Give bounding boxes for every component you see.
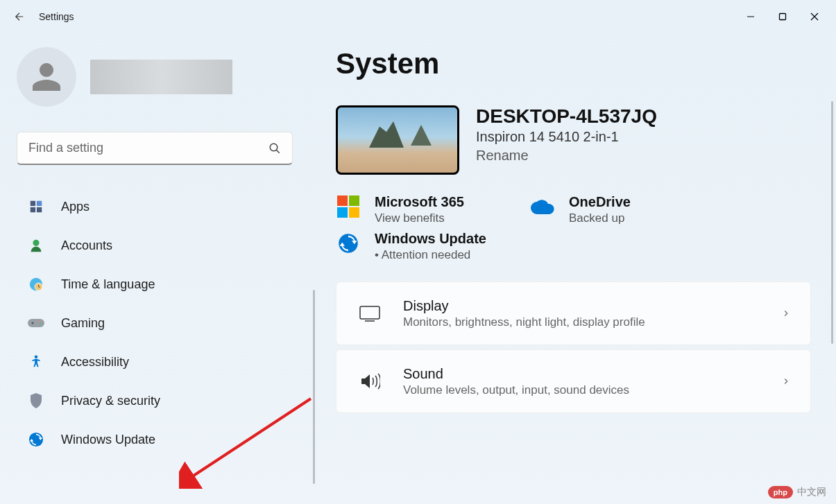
status-grid: Microsoft 365 View benefits OneDrive Bac… [336, 194, 724, 262]
sidebar-item-label: Apps [61, 200, 89, 214]
sidebar-item-windows-update[interactable]: Windows Update [17, 420, 302, 459]
search-input[interactable] [28, 141, 268, 155]
settings-list: Display Monitors, brightness, night ligh… [336, 281, 811, 413]
device-wallpaper-thumbnail[interactable] [336, 105, 459, 175]
card-title: Sound [403, 366, 781, 382]
status-title: Windows Update [375, 231, 486, 247]
setting-card-sound[interactable]: Sound Volume levels, output, input, soun… [336, 349, 811, 413]
arrow-left-icon [13, 10, 26, 23]
username-placeholder [90, 60, 232, 94]
status-microsoft-365[interactable]: Microsoft 365 View benefits [336, 194, 530, 225]
svg-rect-9 [28, 319, 44, 327]
close-icon [810, 12, 819, 21]
person-icon [30, 60, 63, 94]
status-onedrive[interactable]: OneDrive Backed up [530, 194, 724, 225]
onedrive-icon [530, 194, 555, 219]
sound-icon [356, 367, 384, 395]
status-windows-update[interactable]: Windows Update Attention needed [336, 231, 530, 262]
update-icon [336, 231, 361, 256]
device-name: DESKTOP-4L537JQ [476, 105, 657, 128]
maximize-button[interactable] [767, 6, 799, 28]
status-title: OneDrive [569, 194, 631, 210]
svg-rect-4 [31, 207, 35, 212]
svg-point-11 [39, 321, 40, 322]
chevron-right-icon [781, 376, 791, 386]
accessibility-icon [28, 354, 44, 370]
search-icon [268, 142, 281, 155]
svg-rect-5 [37, 207, 42, 212]
apps-icon [28, 198, 44, 215]
display-icon [356, 299, 384, 327]
main-content: System DESKTOP-4L537JQ Inspiron 14 5410 … [319, 33, 836, 504]
page-title: System [336, 47, 811, 80]
svg-point-13 [35, 355, 38, 358]
svg-point-12 [40, 323, 42, 324]
sidebar-item-label: Privacy & security [61, 394, 160, 408]
watermark-text: 中文网 [797, 486, 826, 498]
gaming-icon [28, 315, 44, 331]
sidebar-scrollbar[interactable] [313, 290, 315, 484]
sidebar-item-privacy-security[interactable]: Privacy & security [17, 381, 302, 420]
status-subtitle: Backed up [569, 211, 631, 225]
status-subtitle: Attention needed [375, 248, 486, 262]
minimize-icon [747, 12, 755, 21]
app-title: Settings [39, 11, 74, 22]
nav-list: Apps Accounts Time & language Gaming [17, 187, 302, 459]
avatar [17, 47, 76, 107]
shield-icon [28, 392, 44, 409]
profile-section[interactable] [17, 47, 302, 107]
window-controls [735, 6, 830, 28]
sidebar: Apps Accounts Time & language Gaming [0, 33, 319, 504]
back-button[interactable] [6, 3, 33, 31]
rename-link[interactable]: Rename [476, 148, 529, 164]
svg-rect-2 [31, 201, 35, 206]
sidebar-item-apps[interactable]: Apps [17, 187, 302, 226]
status-title: Microsoft 365 [375, 194, 464, 210]
card-subtitle: Monitors, brightness, night light, displ… [403, 315, 781, 329]
sidebar-item-accessibility[interactable]: Accessibility [17, 342, 302, 381]
sidebar-item-label: Accessibility [61, 355, 129, 370]
accounts-icon [28, 237, 44, 254]
microsoft-logo-icon [336, 194, 361, 219]
chevron-right-icon [781, 309, 791, 318]
watermark: php 中文网 [768, 486, 826, 498]
svg-rect-3 [37, 201, 42, 206]
minimize-button[interactable] [735, 6, 767, 28]
update-icon [28, 431, 44, 448]
main-scrollbar[interactable] [831, 101, 833, 344]
search-box[interactable] [17, 132, 293, 165]
device-model: Inspiron 14 5410 2-in-1 [476, 129, 657, 145]
svg-point-6 [33, 240, 39, 246]
sidebar-item-gaming[interactable]: Gaming [17, 304, 302, 342]
svg-point-10 [32, 322, 34, 324]
time-language-icon [28, 276, 44, 293]
sidebar-item-time-language[interactable]: Time & language [17, 265, 302, 304]
card-subtitle: Volume levels, output, input, sound devi… [403, 383, 781, 397]
sidebar-item-label: Gaming [61, 316, 105, 331]
titlebar: Settings [0, 0, 836, 33]
sidebar-item-label: Time & language [61, 277, 155, 292]
sidebar-item-label: Windows Update [61, 433, 155, 447]
device-info-section: DESKTOP-4L537JQ Inspiron 14 5410 2-in-1 … [336, 105, 811, 175]
sidebar-item-accounts[interactable]: Accounts [17, 226, 302, 265]
svg-rect-0 [780, 14, 786, 20]
maximize-icon [778, 12, 787, 21]
watermark-badge: php [768, 486, 793, 498]
svg-rect-16 [360, 306, 379, 319]
card-title: Display [403, 298, 781, 314]
close-button[interactable] [799, 6, 830, 28]
status-subtitle: View benefits [375, 211, 464, 225]
setting-card-display[interactable]: Display Monitors, brightness, night ligh… [336, 281, 811, 345]
svg-point-1 [270, 144, 278, 151]
sidebar-item-label: Accounts [61, 238, 112, 253]
